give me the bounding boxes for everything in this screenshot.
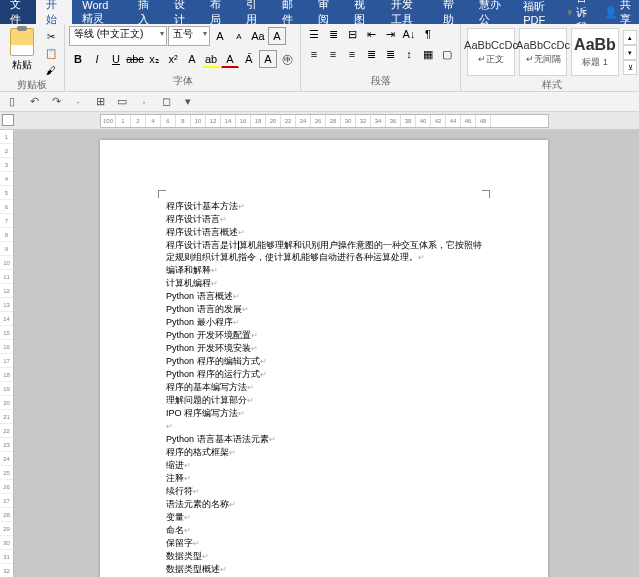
decrease-indent-button[interactable]: ⇤ [362,26,380,42]
copy-button[interactable]: 📋 [42,45,60,61]
qat-sep: · [70,94,86,110]
tab-insert[interactable]: 插入 [128,0,164,24]
document-line[interactable]: 计算机编程 [166,277,482,290]
document-line[interactable]: Python 开发环境安装 [166,342,482,355]
document-line[interactable]: 注释 [166,472,482,485]
enclose-button[interactable]: ㊥ [278,50,296,68]
paste-button[interactable]: 粘贴 [12,58,32,72]
tab-references[interactable]: 引用 [236,0,272,24]
strike-button[interactable]: abc [126,50,144,68]
distribute-button[interactable]: ≣ [381,46,399,62]
qat-tool2[interactable]: ▭ [114,94,130,110]
line-spacing-button[interactable]: ↕ [400,46,418,62]
highlight-button[interactable]: ab [202,50,220,68]
tab-pdf[interactable]: 福昕PDF [513,0,565,24]
change-case-button[interactable]: Aa [249,27,267,45]
char-border-button[interactable]: A [259,50,277,68]
phonetic-button[interactable]: A̋ [240,50,258,68]
style-heading1[interactable]: AaBb 标题 1 [571,28,619,76]
font-size-select[interactable]: 五号 [168,26,210,46]
vertical-ruler[interactable]: 1234567891011121314151617181920212223242… [0,130,14,577]
document-line[interactable] [166,420,482,433]
qat-tool3[interactable]: ◻ [158,94,174,110]
tab-help[interactable]: 帮助 [433,0,469,24]
document-line[interactable]: 续行符 [166,485,482,498]
document-line[interactable]: Python 程序的编辑方式 [166,355,482,368]
styles-more-button[interactable]: ⊻ [623,60,637,75]
bulb-icon: ♀ [566,6,574,18]
align-left-button[interactable]: ≡ [305,46,323,62]
document-line[interactable]: 程序的基本编写方法 [166,381,482,394]
format-painter-button[interactable]: 🖌 [42,62,60,78]
style-nospace[interactable]: AaBbCcDc ↵无间隔 [519,28,567,76]
tab-review[interactable]: 审阅 [308,0,344,24]
document-line[interactable]: Python 开发环境配置 [166,329,482,342]
document-line[interactable]: IPO 程序编写方法 [166,407,482,420]
styles-up-button[interactable]: ▴ [623,30,637,45]
tab-design[interactable]: 设计 [164,0,200,24]
shading-button[interactable]: ▦ [419,46,437,62]
document-line[interactable]: Python 语言概述 [166,290,482,303]
align-center-button[interactable]: ≡ [324,46,342,62]
document-line[interactable]: Python 语言基本语法元素 [166,433,482,446]
redo-button[interactable]: ↷ [48,94,64,110]
document-line[interactable]: Python 程序的运行方式 [166,368,482,381]
document-line[interactable]: 程序的格式框架 [166,446,482,459]
qat-sep2: · [136,94,152,110]
tab-layout[interactable]: 布局 [200,0,236,24]
document-line[interactable]: 程序设计语言 [166,213,482,226]
align-right-button[interactable]: ≡ [343,46,361,62]
tab-huiban[interactable]: 慧办公 [469,0,513,24]
document-line[interactable]: 命名 [166,524,482,537]
clear-format-button[interactable]: A [268,27,286,45]
borders-button[interactable]: ▢ [438,46,456,62]
tab-home[interactable]: 开始 [36,0,72,24]
style-normal[interactable]: AaBbCcDc ↵正文 [467,28,515,76]
styles-down-button[interactable]: ▾ [623,45,637,60]
document-line[interactable]: 程序设计语言概述 [166,226,482,239]
increase-indent-button[interactable]: ⇥ [381,26,399,42]
multilevel-button[interactable]: ⊟ [343,26,361,42]
tab-wordessence[interactable]: Word精灵 [72,0,127,24]
font-color-button[interactable]: A [221,50,239,68]
cut-button[interactable]: ✂ [42,28,60,44]
superscript-button[interactable]: x² [164,50,182,68]
document-line[interactable]: 理解问题的计算部分 [166,394,482,407]
underline-button[interactable]: U [107,50,125,68]
document-line[interactable]: 保留字 [166,537,482,550]
text-effects-button[interactable]: A [183,50,201,68]
shrink-font-button[interactable]: A [230,27,248,45]
justify-button[interactable]: ≣ [362,46,380,62]
document-line[interactable]: 缩进 [166,459,482,472]
numbering-button[interactable]: ≣ [324,26,342,42]
grow-font-button[interactable]: A [211,27,229,45]
document-line[interactable]: 编译和解释 [166,264,482,277]
show-marks-button[interactable]: ¶ [419,26,437,42]
horizontal-ruler[interactable]: 1001246810121416182022242628303234363840… [100,114,549,128]
tab-mail[interactable]: 邮件 [272,0,308,24]
document-line[interactable]: 语法元素的名称 [166,498,482,511]
tab-file[interactable]: 文件 [0,0,36,24]
clipboard-group-label: 剪贴板 [4,78,60,93]
bullets-button[interactable]: ☰ [305,26,323,42]
bold-button[interactable]: B [69,50,87,68]
undo-button[interactable]: ↶ [26,94,42,110]
qat-more[interactable]: ▾ [180,94,196,110]
document-line[interactable]: 程序设计语言是计算机能够理解和识别用户操作意图的一种交互体系，它按照特定规则组织… [166,239,482,264]
document-line[interactable]: Python 语言的发展 [166,303,482,316]
qat-handle[interactable]: ▯ [4,94,20,110]
sort-button[interactable]: A↓ [400,26,418,42]
tab-view[interactable]: 视图 [344,0,380,24]
document-line[interactable]: 数据类型概述 [166,563,482,576]
tab-devtools[interactable]: 开发工具 [381,0,433,24]
italic-button[interactable]: I [88,50,106,68]
ruler-corner[interactable] [2,114,14,126]
document-line[interactable]: 变量 [166,511,482,524]
font-name-select[interactable]: 等线 (中文正文) [69,26,167,46]
document-line[interactable]: 数据类型 [166,550,482,563]
document-line[interactable]: 程序设计基本方法 [166,200,482,213]
subscript-button[interactable]: x₂ [145,50,163,68]
document-line[interactable]: Python 最小程序 [166,316,482,329]
document-area[interactable]: 1234567891011121314151617181920212223242… [0,130,639,577]
qat-tool1[interactable]: ⊞ [92,94,108,110]
